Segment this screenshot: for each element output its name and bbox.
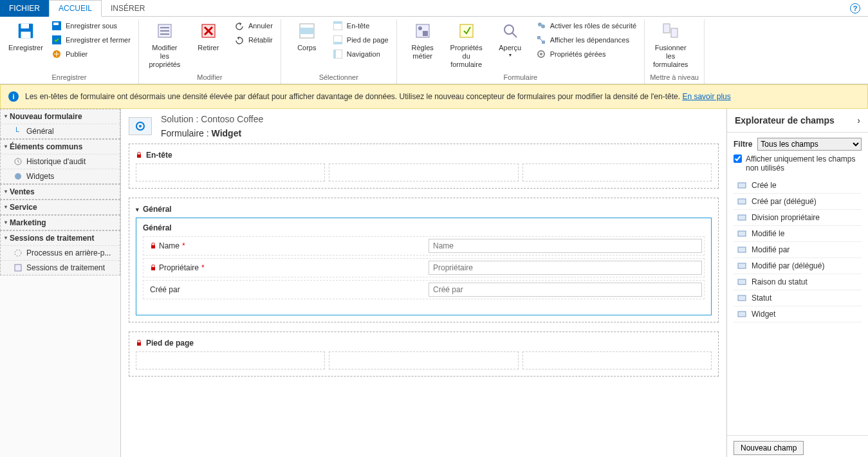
publish-icon	[51, 49, 62, 59]
createdby-input[interactable]	[429, 283, 702, 297]
field-row-owner[interactable]: Propriétaire*	[143, 258, 705, 277]
svg-line-25	[512, 33, 517, 37]
tab-inserer[interactable]: INSÉRER	[102, 0, 154, 17]
field-icon	[737, 277, 746, 286]
undo-button[interactable]: Annuler	[232, 19, 275, 32]
nav-item-sessions[interactable]: Sessions de traitement	[1, 260, 120, 275]
nav-section-marketing[interactable]: Marketing	[1, 216, 120, 230]
svg-rect-42	[151, 245, 155, 248]
ribbon-group-label: Enregistrer	[5, 72, 133, 82]
expand-icon[interactable]	[136, 205, 139, 214]
field-list-item[interactable]: Modifié le	[734, 226, 862, 242]
field-icon	[737, 245, 746, 254]
nav-section-service[interactable]: Service	[1, 200, 120, 214]
merge-icon	[660, 21, 681, 41]
svg-line-30	[540, 39, 542, 41]
modify-properties-button[interactable]: Modifier les propriétés	[144, 19, 185, 71]
widget-icon	[14, 172, 23, 181]
ribbon-group-modifier: Modifier les propriétés Retirer Annuler …	[139, 19, 281, 84]
owner-input[interactable]	[429, 261, 702, 275]
footer-icon	[333, 35, 343, 45]
nav-section-commun[interactable]: Éléments communs	[1, 140, 120, 154]
save-button[interactable]: Enregistrer	[5, 19, 46, 53]
form-icon	[129, 117, 152, 135]
svg-rect-34	[671, 28, 678, 37]
nav-item-general[interactable]: └ Général	[1, 124, 120, 138]
nav-item-widgets[interactable]: Widgets	[1, 169, 120, 183]
new-field-button[interactable]: Nouveau champ	[734, 441, 804, 455]
header-button[interactable]: En-tête	[330, 19, 391, 32]
remove-button[interactable]: Retirer	[188, 19, 229, 53]
managed-properties-button[interactable]: Propriétés gérées	[533, 48, 640, 61]
header-cell[interactable]	[329, 163, 518, 182]
chevron-down-icon: ▾	[509, 52, 512, 59]
svg-rect-29	[542, 41, 545, 44]
save-close-button[interactable]: Enregistrer et fermer	[49, 33, 133, 46]
svg-point-21	[418, 26, 422, 30]
nav-item-processus[interactable]: Processus en arrière-p...	[1, 245, 120, 260]
svg-rect-17	[333, 42, 342, 44]
footer-button[interactable]: Pied de page	[330, 33, 391, 46]
merge-forms-button[interactable]: Fusionner les formulaires	[650, 19, 691, 71]
field-row-createdby[interactable]: Créé par	[143, 280, 705, 299]
footer-cell[interactable]	[136, 351, 325, 369]
dependencies-button[interactable]: Afficher les dépendances	[533, 33, 640, 46]
tree-node-icon: └	[14, 127, 23, 136]
learn-more-link[interactable]: En savoir plus	[682, 92, 730, 101]
nav-section-sessions[interactable]: Sessions de traitement	[1, 231, 120, 245]
field-list-item[interactable]: Créé par (délégué)	[734, 194, 862, 210]
field-list-item[interactable]: Créé le	[734, 178, 862, 194]
field-row-name[interactable]: Name*	[143, 236, 705, 256]
lock-icon	[150, 243, 156, 249]
header-cell[interactable]	[522, 163, 712, 182]
field-list-item[interactable]: Widget	[734, 306, 862, 322]
nav-section-nouveau[interactable]: Nouveau formulaire	[1, 109, 120, 124]
field-list-item[interactable]: Division propriétaire	[734, 210, 862, 226]
publish-button[interactable]: Publier	[49, 48, 133, 61]
form-properties-button[interactable]: Propriétés du formulaire	[446, 19, 487, 71]
unused-only-label: Afficher uniquement les champs non utili…	[746, 154, 862, 173]
preview-button[interactable]: Aperçu ▾	[490, 19, 531, 60]
body-button[interactable]: Corps	[286, 19, 328, 53]
field-list-item[interactable]: Raison du statut	[734, 274, 862, 290]
general-tab[interactable]: Général Name* Propriétaire*	[136, 218, 712, 315]
svg-rect-47	[738, 215, 746, 220]
ribbon-group-label: Sélectionner	[286, 72, 391, 82]
footer-section[interactable]: Pied de page	[129, 331, 719, 377]
field-icon	[737, 181, 746, 190]
security-roles-button[interactable]: Activer les rôles de sécurité	[533, 19, 640, 32]
field-list-item[interactable]: Modifié par	[734, 242, 862, 258]
svg-point-32	[540, 53, 542, 55]
svg-point-40	[139, 125, 142, 127]
nav-item-historique[interactable]: Historique d'audit	[1, 154, 120, 169]
help-icon[interactable]: ?	[850, 3, 860, 14]
form-designer: Solution : Contoso Coffee Formulaire : W…	[121, 109, 726, 457]
field-list-item[interactable]: Statut	[734, 290, 862, 306]
name-input[interactable]	[429, 239, 702, 253]
header-section[interactable]: En-tête	[129, 144, 719, 189]
save-as-button[interactable]: Enregistrer sous	[49, 19, 133, 32]
tab-fichier[interactable]: FICHIER	[0, 0, 49, 17]
header-cell[interactable]	[136, 163, 325, 182]
filter-label: Filtre	[734, 140, 752, 149]
navigation-button[interactable]: Navigation	[330, 48, 391, 61]
process-icon	[14, 248, 23, 257]
field-icon	[737, 197, 746, 206]
svg-rect-51	[738, 279, 746, 284]
nav-section-ventes[interactable]: Ventes	[1, 185, 120, 199]
footer-cell[interactable]	[329, 351, 518, 369]
notification-bar: i Les en-têtes de formulaire ont désorma…	[0, 84, 868, 109]
general-section[interactable]: Général Général Name* Propriétaire*	[129, 198, 719, 322]
business-rules-button[interactable]: Règles métier	[402, 19, 443, 62]
ribbon: Enregistrer Enregistrer sous Enregistrer…	[0, 17, 868, 84]
filter-select[interactable]: Tous les champs	[757, 138, 862, 151]
undo-icon	[234, 21, 245, 31]
footer-cell[interactable]	[522, 351, 712, 369]
chevron-right-icon[interactable]: ›	[857, 115, 860, 126]
redo-button[interactable]: Rétablir	[232, 33, 275, 46]
field-list-item[interactable]: Modifié par (délégué)	[734, 258, 862, 274]
tab-accueil[interactable]: ACCUEIL	[49, 0, 102, 17]
rules-icon	[412, 21, 433, 41]
unused-only-checkbox[interactable]	[734, 154, 742, 163]
svg-rect-2	[21, 32, 31, 38]
